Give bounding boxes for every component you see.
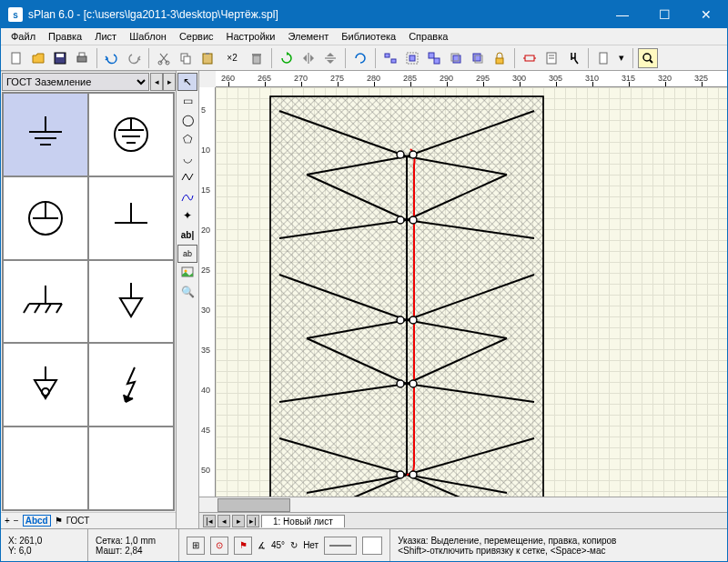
svg-point-91 bbox=[410, 316, 417, 324]
menubar: Файл Правка Лист Шаблон Сервис Настройки… bbox=[1, 28, 727, 45]
menu-settings[interactable]: Настройки bbox=[220, 30, 282, 43]
app-icon: s bbox=[8, 7, 23, 22]
back-button[interactable] bbox=[468, 48, 488, 68]
tool-circle[interactable]: ◯ bbox=[177, 111, 197, 129]
drawing-canvas[interactable] bbox=[216, 87, 727, 497]
tool-curve[interactable] bbox=[177, 187, 197, 206]
refresh-button[interactable] bbox=[350, 48, 370, 68]
menu-file[interactable]: Файл bbox=[5, 30, 42, 43]
library-dropdown[interactable]: ГОСТ Заземление bbox=[2, 73, 149, 91]
page-prev-button[interactable]: ◂ bbox=[217, 515, 230, 527]
statusbar: X: 261,0 Y: 6,0 Сетка: 1,0 mm Машт: 2,84… bbox=[1, 528, 727, 561]
tool-rect[interactable]: ▭ bbox=[177, 92, 197, 110]
svg-rect-14 bbox=[391, 59, 396, 63]
delete-button[interactable] bbox=[247, 48, 267, 68]
mirror-h-button[interactable] bbox=[298, 48, 318, 68]
menu-library[interactable]: Библиотека bbox=[335, 30, 402, 43]
page-last-button[interactable]: ▸| bbox=[247, 515, 259, 527]
workspace: ↖ ▭ ◯ ⬠ ◡ ✦ ab| ab 🔍 2602652702752802852… bbox=[177, 71, 727, 528]
sb-remove-icon[interactable]: − bbox=[14, 516, 19, 526]
status-hint: Указка: Выделение, перемещение, правка, … bbox=[390, 534, 727, 557]
close-button[interactable]: ✕ bbox=[685, 1, 727, 28]
tool-node[interactable]: ✦ bbox=[177, 206, 197, 225]
symbol-empty-1[interactable] bbox=[3, 427, 88, 510]
symbol-ground-6[interactable] bbox=[88, 260, 174, 344]
duplicate-button[interactable]: ×2 bbox=[219, 48, 245, 68]
page-next-button[interactable]: ▸ bbox=[232, 515, 245, 527]
svg-line-49 bbox=[24, 304, 29, 313]
library-prev-button[interactable]: ◂ bbox=[150, 73, 163, 91]
opt-snap-icon[interactable]: ⊙ bbox=[210, 537, 228, 555]
drop1-button[interactable]: ▾ bbox=[615, 48, 628, 68]
sidebar-bottom: + − Abcd ⚑ ГОСТ bbox=[1, 512, 176, 528]
sb-library-label: ГОСТ bbox=[66, 516, 90, 526]
svg-point-55 bbox=[42, 388, 49, 396]
menu-sheet[interactable]: Лист bbox=[88, 30, 123, 43]
new-button[interactable] bbox=[6, 48, 26, 68]
redo-button[interactable] bbox=[124, 48, 144, 68]
search-button[interactable] bbox=[638, 48, 658, 68]
lock-button[interactable] bbox=[490, 48, 510, 68]
symbol-ground-4[interactable] bbox=[88, 176, 174, 260]
symbol-empty-2[interactable] bbox=[88, 427, 174, 510]
symbol-ground-2[interactable] bbox=[88, 93, 174, 176]
page-tab-1[interactable]: 1: Новый лист bbox=[261, 515, 345, 527]
front-button[interactable] bbox=[446, 48, 466, 68]
status-hint-2: <Shift>-отключить привязку к сетке, <Spa… bbox=[398, 546, 720, 556]
status-coords: X: 261,0 Y: 6,0 bbox=[1, 529, 88, 561]
opt-angle-value: 45° bbox=[271, 540, 285, 550]
menu-element[interactable]: Элемент bbox=[281, 30, 335, 43]
svg-rect-24 bbox=[525, 55, 534, 61]
cut-button[interactable] bbox=[154, 48, 174, 68]
component-button[interactable] bbox=[520, 48, 540, 68]
rotate-button[interactable] bbox=[277, 48, 297, 68]
undo-button[interactable] bbox=[102, 48, 122, 68]
library-next-button[interactable]: ▸ bbox=[163, 73, 176, 91]
tool-arc[interactable]: ◡ bbox=[177, 149, 197, 167]
opt-grid-icon[interactable]: ⊞ bbox=[187, 537, 205, 555]
tool-pointer[interactable]: ↖ bbox=[177, 73, 197, 91]
svg-rect-30 bbox=[600, 53, 607, 64]
maximize-button[interactable]: ☐ bbox=[643, 1, 685, 28]
paste-button[interactable] bbox=[197, 48, 217, 68]
mirror-v-button[interactable] bbox=[320, 48, 340, 68]
sb-flag-icon[interactable]: ⚑ bbox=[55, 516, 63, 526]
svg-point-95 bbox=[410, 471, 417, 478]
tool-text-frame[interactable]: ab bbox=[177, 245, 197, 263]
svg-rect-18 bbox=[434, 58, 440, 64]
print-button[interactable] bbox=[72, 48, 92, 68]
save-button[interactable] bbox=[50, 48, 70, 68]
symbol-ground-3[interactable] bbox=[3, 176, 88, 260]
sb-add-icon[interactable]: + bbox=[5, 516, 10, 526]
symbol-ground-8[interactable] bbox=[88, 343, 174, 427]
page-button[interactable] bbox=[593, 48, 613, 68]
sb-abcd-icon[interactable]: Abcd bbox=[23, 515, 51, 527]
menu-help[interactable]: Справка bbox=[402, 30, 454, 43]
copy-button[interactable] bbox=[176, 48, 196, 68]
menu-template[interactable]: Шаблон bbox=[123, 30, 173, 43]
ungroup-button[interactable] bbox=[424, 48, 444, 68]
opt-linewidth[interactable] bbox=[324, 537, 357, 555]
horizontal-scrollbar[interactable] bbox=[199, 497, 727, 512]
symbol-ground-1[interactable] bbox=[3, 93, 88, 176]
page-first-button[interactable]: |◂ bbox=[203, 515, 216, 527]
menu-edit[interactable]: Правка bbox=[42, 30, 88, 43]
tool-zoom[interactable]: 🔍 bbox=[177, 283, 197, 301]
symbol-ground-5[interactable] bbox=[3, 260, 88, 344]
opt-fillcolor[interactable] bbox=[362, 537, 382, 555]
tool-bitmap[interactable] bbox=[177, 264, 197, 282]
align-button[interactable] bbox=[380, 48, 400, 68]
group-button[interactable] bbox=[402, 48, 422, 68]
svg-point-94 bbox=[397, 471, 404, 478]
tool-polyline[interactable] bbox=[177, 168, 197, 186]
tool-poly[interactable]: ⬠ bbox=[177, 130, 197, 148]
open-button[interactable] bbox=[28, 48, 48, 68]
minimize-button[interactable]: — bbox=[602, 1, 643, 28]
tool-text[interactable]: ab| bbox=[177, 226, 197, 244]
svg-rect-17 bbox=[429, 53, 434, 58]
opt-flag-icon[interactable]: ⚑ bbox=[234, 537, 252, 555]
find-button[interactable] bbox=[563, 48, 583, 68]
menu-service[interactable]: Сервис bbox=[173, 30, 220, 43]
list-button[interactable] bbox=[541, 48, 561, 68]
symbol-ground-7[interactable] bbox=[3, 343, 88, 427]
